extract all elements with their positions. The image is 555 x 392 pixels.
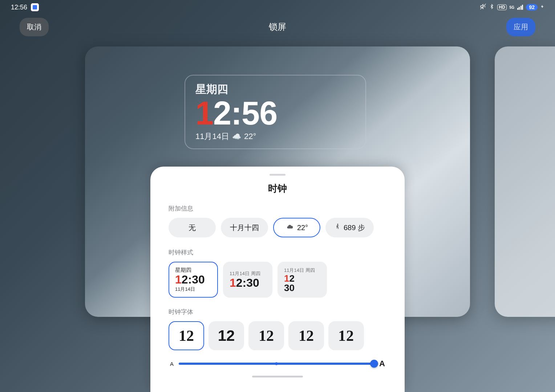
clock-style-1[interactable]: 星期四 1 2:30 11月14日 [169,262,218,298]
apply-button[interactable]: 应用 [506,18,535,36]
slider-thumb[interactable] [370,360,378,368]
option-none[interactable]: 无 [169,218,216,237]
option-lunar-label: 十月十四 [230,223,259,233]
clock-time-rest: 2:56 [213,97,277,130]
style2-time: 1 2:30 [230,277,266,289]
network-label: 5G [510,5,514,9]
walk-icon [334,222,341,233]
font-option-2[interactable]: 12 [208,321,244,350]
hd-badge: HD [497,4,506,10]
top-nav: 取消 锁屏 应用 [0,18,555,36]
font-size-slider[interactable] [179,363,374,365]
style1-time: 1 2:30 [175,274,211,286]
clock-time-accent: 1 [195,97,213,130]
clock-widget[interactable]: 星期四 1 2:56 11月14日 ☁️ 22° [185,75,366,149]
option-steps-label: 689 步 [344,223,365,233]
style1-date: 11月14日 [175,286,211,293]
scroll-indicator [252,376,303,377]
cancel-button[interactable]: 取消 [20,18,49,36]
style3-line2: 30 [284,283,320,293]
clock-font-options: 12 12 12 12 12 [169,321,386,350]
bluetooth-icon [489,3,494,11]
status-bar: 12:56 HD 5G 92 [0,0,555,15]
lockscreen-preview-next[interactable] [495,46,555,317]
slider-label-min: A [170,361,174,367]
font-option-5[interactable]: 12 [328,321,364,350]
clock-settings-sheet: 时钟 附加信息 无 十月十四 22° 689 步 时钟样式 星期四 1 [150,167,405,392]
option-lunar[interactable]: 十月十四 [221,218,268,237]
page-title: 锁屏 [269,21,286,33]
font-option-1[interactable]: 12 [169,321,204,350]
clock-subline: 11月14日 ☁️ 22° [195,131,355,142]
svg-point-1 [337,224,338,225]
option-steps[interactable]: 689 步 [325,218,374,237]
mute-icon [480,3,486,11]
clock-date: 11月14日 [195,131,229,142]
slider-tick [275,362,278,365]
signal-icon [517,5,523,10]
slider-label-max: A [379,359,385,368]
option-weather[interactable]: 22° [273,218,320,237]
cloud-icon [285,223,294,232]
clock-time: 1 2:56 [195,97,355,130]
clock-style-3[interactable]: 11月14日 周四 12 30 [278,262,327,298]
section-clock-style-label: 时钟样式 [169,248,386,257]
status-left: 12:56 [11,3,39,11]
clock-weekday: 星期四 [195,82,355,97]
font-option-3[interactable]: 12 [248,321,284,350]
section-clock-font-label: 时钟字体 [169,308,386,316]
weather-icon: ☁️ [232,132,241,141]
status-time: 12:56 [11,4,27,11]
option-weather-label: 22° [297,224,308,232]
sheet-title: 时钟 [169,182,386,195]
running-app-icon [31,3,39,11]
status-right: HD 5G 92 [480,3,544,11]
section-extra-info-label: 附加信息 [169,204,386,213]
clock-temp: 22° [244,132,256,141]
battery-indicator: 92 [526,4,538,11]
clock-style-options: 星期四 1 2:30 11月14日 11月14日 周四 1 2:30 11月14… [169,262,386,298]
charging-icon [540,4,544,11]
style3-line1: 12 [284,274,320,283]
font-size-slider-row: A A [169,359,386,368]
clock-style-2[interactable]: 11月14日 周四 1 2:30 [223,262,272,298]
extra-info-options: 无 十月十四 22° 689 步 [169,218,386,237]
font-option-4[interactable]: 12 [288,321,324,350]
sheet-drag-handle[interactable] [270,174,285,176]
option-none-label: 无 [189,223,196,233]
